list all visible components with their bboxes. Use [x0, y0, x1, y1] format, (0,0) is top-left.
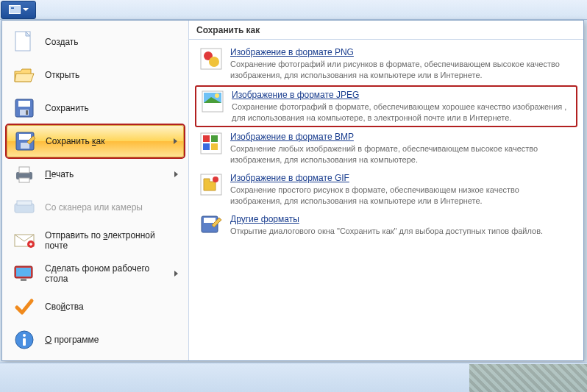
scanner-icon	[13, 196, 36, 219]
svg-point-26	[215, 93, 219, 98]
chevron-right-icon	[174, 271, 178, 277]
format-desc: Сохранение фотографий в формате, обеспеч…	[232, 101, 572, 124]
file-menu-dropdown: Создать Открыть Сохранить Сохранить как	[1, 20, 584, 361]
svg-rect-4	[26, 110, 28, 115]
desktop-icon	[13, 262, 36, 285]
svg-point-19	[23, 334, 26, 337]
svg-rect-12	[17, 201, 32, 205]
svg-rect-7	[21, 143, 29, 149]
chevron-right-icon	[174, 138, 177, 144]
format-title: Изображение в формате BMP	[230, 132, 573, 142]
svg-rect-6	[19, 134, 31, 140]
menu-item-properties[interactable]: Свойства	[7, 291, 184, 323]
format-item-other[interactable]: Другие форматы Открытие диалогового окна…	[195, 211, 577, 240]
menu-item-desktop-bg[interactable]: Сделать фоном рабочего стола	[7, 257, 184, 290]
png-icon	[199, 47, 223, 71]
save-as-submenu: Сохранить как Изображение в формате PNG …	[189, 21, 583, 360]
svg-rect-30	[203, 143, 210, 150]
bmp-icon	[199, 132, 223, 155]
menu-item-label: Сделать фоном рабочего стола	[45, 263, 166, 284]
svg-rect-17	[21, 279, 26, 281]
svg-point-23	[209, 57, 219, 67]
menu-item-label: Печать	[45, 169, 166, 179]
title-bar	[0, 0, 587, 20]
menu-item-label: Сохранить как	[46, 136, 165, 146]
format-item-bmp[interactable]: Изображение в формате BMP Сохранение люб…	[195, 129, 577, 168]
format-title: Изображение в формате PNG	[230, 47, 573, 57]
menu-item-scanner: Со сканера или камеры	[7, 191, 184, 224]
menu-item-label: Свойства	[45, 302, 178, 312]
svg-rect-28	[203, 135, 210, 142]
svg-rect-20	[23, 338, 26, 346]
info-icon	[13, 328, 36, 352]
svg-rect-9	[19, 167, 29, 173]
file-menu-left: Создать Открыть Сохранить Сохранить как	[2, 21, 189, 360]
email-icon	[13, 229, 36, 252]
menu-item-label: Сохранить	[45, 103, 178, 113]
check-icon	[13, 295, 36, 318]
window-bottom-strip	[0, 363, 587, 392]
jpeg-icon	[201, 90, 224, 113]
chevron-right-icon	[174, 171, 178, 177]
svg-rect-29	[211, 135, 218, 142]
new-doc-icon	[13, 30, 36, 54]
format-title: Другие форматы	[230, 214, 573, 224]
svg-point-33	[213, 177, 218, 182]
menu-item-label: Отправить по электронной почте	[45, 230, 178, 251]
menu-item-label: Со сканера или камеры	[45, 202, 178, 213]
submenu-body: Изображение в формате PNG Сохранение фот…	[189, 40, 583, 246]
menu-item-label: Открыть	[45, 70, 178, 80]
taskbar-fragment	[469, 364, 587, 392]
submenu-header: Сохранить как	[189, 21, 583, 40]
save-icon	[13, 96, 36, 120]
format-item-png[interactable]: Изображение в формате PNG Сохранение фот…	[195, 44, 577, 84]
svg-rect-16	[16, 268, 31, 277]
format-item-gif[interactable]: Изображение в формате GIF Сохранение про…	[195, 170, 577, 210]
format-title: Изображение в формате GIF	[230, 173, 573, 183]
print-icon	[13, 163, 36, 186]
format-desc: Сохранение простого рисунок в формате, о…	[230, 185, 573, 207]
other-formats-icon	[199, 214, 223, 238]
menu-item-open[interactable]: Открыть	[7, 59, 184, 91]
gif-icon	[199, 173, 223, 196]
menu-item-email[interactable]: Отправить по электронной почте	[7, 224, 184, 257]
menu-item-print[interactable]: Печать	[7, 158, 184, 190]
svg-rect-10	[19, 178, 29, 182]
menu-item-label: О программе	[45, 335, 178, 345]
svg-rect-31	[211, 143, 218, 150]
menu-item-new[interactable]: Создать	[7, 26, 184, 58]
chevron-down-icon	[23, 8, 29, 11]
menu-item-label: Создать	[45, 37, 178, 47]
format-desc: Открытие диалогового окна "Сохранить как…	[230, 226, 573, 237]
format-desc: Сохранение фотографий или рисунков в фор…	[230, 59, 573, 81]
save-as-icon	[13, 129, 37, 153]
menu-item-save-as[interactable]: Сохранить как	[7, 125, 184, 157]
format-title: Изображение в формате JPEG	[232, 90, 572, 100]
format-item-jpeg[interactable]: Изображение в формате JPEG Сохранение фо…	[195, 85, 577, 128]
svg-rect-35	[204, 218, 216, 223]
format-desc: Сохранение любых изображений в формате, …	[230, 143, 573, 165]
svg-rect-2	[18, 101, 30, 107]
folder-open-icon	[13, 63, 36, 87]
menu-item-save[interactable]: Сохранить	[7, 92, 184, 124]
paint-app-icon	[9, 5, 21, 14]
app-menu-button[interactable]	[1, 1, 36, 19]
menu-item-about[interactable]: О программе	[7, 324, 184, 356]
